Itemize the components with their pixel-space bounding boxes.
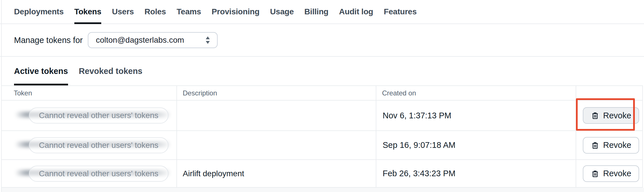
token-subtabs: Active tokens Revoked tokens (0, 57, 644, 85)
description-cell (176, 101, 376, 130)
description-cell: Airlift deployment (176, 160, 376, 187)
settings-tabbar: Deployments Tokens Users Roles Teams Pro… (0, 0, 644, 24)
token-cell: Cannot reveal other users' tokens (1, 131, 176, 159)
description-cell (176, 131, 376, 159)
revoke-button[interactable]: Revoke (583, 165, 639, 182)
column-header-created-on: Created on (376, 86, 576, 100)
manage-tokens-label: Manage tokens for (14, 36, 83, 45)
double-caret-vertical-icon (205, 35, 211, 45)
created-on-cell: Nov 6, 1:37:13 PM (376, 101, 576, 130)
created-on-cell: Feb 26, 3:43:23 PM (376, 160, 576, 187)
masked-token-pill: Cannot reveal other users' tokens (29, 137, 168, 153)
token-cell: Cannot reveal other users' tokens (1, 160, 176, 187)
tab-billing[interactable]: Billing (304, 0, 328, 23)
tab-audit-log[interactable]: Audit log (339, 0, 373, 23)
column-header-actions (576, 86, 642, 100)
revoke-button[interactable]: Revoke (583, 137, 639, 154)
tab-features[interactable]: Features (384, 0, 417, 23)
trash-icon (591, 169, 599, 178)
user-select-value: colton@dagsterlabs.com (96, 36, 184, 45)
tab-deployments[interactable]: Deployments (14, 0, 64, 23)
table-row: Cannot reveal other users' tokens Sep 16… (1, 131, 642, 160)
tab-provisioning[interactable]: Provisioning (212, 0, 259, 23)
column-header-description: Description (176, 86, 376, 100)
token-cell: Cannot reveal other users' tokens (1, 101, 176, 130)
revoke-button-label: Revoke (603, 169, 631, 178)
action-cell: Revoke (576, 131, 642, 159)
tab-roles[interactable]: Roles (144, 0, 166, 23)
tokens-table: Token Description Created on Cannot reve… (1, 85, 643, 188)
masked-token-pill: Cannot reveal other users' tokens (29, 107, 168, 124)
masked-token-pill: Cannot reveal other users' tokens (29, 166, 168, 182)
tab-teams[interactable]: Teams (176, 0, 201, 23)
subtab-active-tokens[interactable]: Active tokens (14, 57, 68, 85)
page-background-below-table (1, 188, 644, 192)
subtab-revoked-tokens[interactable]: Revoked tokens (79, 57, 142, 85)
table-row: Cannot reveal other users' tokens Airlif… (1, 160, 642, 188)
manage-tokens-row: Manage tokens for colton@dagsterlabs.com (0, 24, 644, 57)
trash-icon (591, 111, 599, 120)
column-header-token: Token (1, 86, 176, 100)
created-on-cell: Sep 16, 9:07:18 AM (376, 131, 576, 159)
action-cell: Revoke (576, 160, 642, 187)
revoke-button[interactable]: Revoke (583, 107, 639, 124)
user-select[interactable]: colton@dagsterlabs.com (88, 32, 218, 48)
revoke-button-label: Revoke (603, 111, 631, 120)
action-cell: Revoke (576, 101, 642, 130)
settings-page: Deployments Tokens Users Roles Teams Pro… (0, 0, 644, 192)
tab-tokens[interactable]: Tokens (74, 0, 102, 23)
tab-users[interactable]: Users (112, 0, 134, 23)
trash-icon (591, 141, 599, 150)
table-row: Cannot reveal other users' tokens Nov 6,… (1, 101, 642, 131)
revoke-button-label: Revoke (603, 140, 631, 150)
tab-usage[interactable]: Usage (270, 0, 294, 23)
table-header-row: Token Description Created on (1, 86, 642, 101)
